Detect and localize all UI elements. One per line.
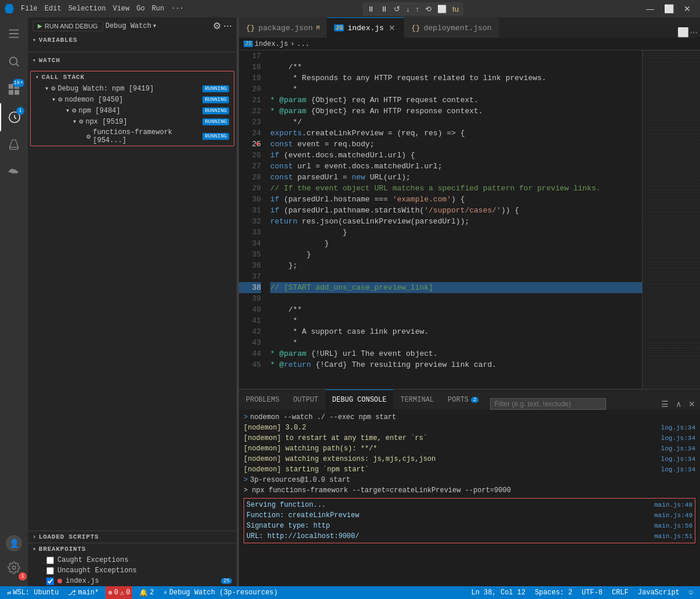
debug-step-out-btn[interactable]: ↑: [414, 3, 422, 15]
call-stack-item-4[interactable]: ⚙ functions-framework [954...] RUNNING: [31, 127, 234, 146]
more-actions-btn[interactable]: ···: [223, 20, 232, 32]
debug-watch-name: Debug Watch: [106, 22, 151, 30]
code-area[interactable]: /** * Responds to any HTTP request relat…: [268, 50, 642, 389]
debug-restart-btn[interactable]: ↺: [391, 3, 402, 15]
menu-go[interactable]: Go: [136, 5, 144, 13]
breadcrumb-path[interactable]: ...: [297, 40, 310, 48]
tab-package-json[interactable]: {} package.json M: [239, 17, 327, 38]
panel-list-view-btn[interactable]: ☰: [659, 398, 671, 410]
breakpoint-caught-checkbox[interactable]: [46, 557, 54, 564]
debug-watch-dropdown[interactable]: Debug Watch ▾: [106, 21, 157, 30]
tab-close-indexjs[interactable]: ✕: [387, 23, 397, 33]
split-editor-btn[interactable]: ⬜: [677, 27, 689, 38]
window-controls[interactable]: — ⬜ ✕: [642, 1, 695, 17]
svg-line-1: [16, 64, 19, 66]
svg-point-0: [10, 57, 17, 65]
status-encoding[interactable]: UTF-8: [579, 586, 605, 599]
menu-view[interactable]: View: [113, 5, 129, 13]
status-eol[interactable]: CRLF: [610, 586, 631, 599]
activity-bar-debug[interactable]: 1: [0, 103, 28, 131]
code-line-29: // If the event object URL matches a spe…: [270, 183, 642, 194]
debug-pause-btn[interactable]: ⏸: [365, 3, 377, 15]
debug-stop-btn[interactable]: ⟲: [423, 3, 434, 15]
gear-settings-btn[interactable]: ⚙: [213, 20, 221, 31]
console-source[interactable]: log.js:34: [661, 464, 695, 475]
code-line-21: * @param {Object} req An HTTP request co…: [270, 95, 642, 106]
activity-bar: 1k+ 1 👤 1: [0, 17, 28, 586]
debug-user-btn[interactable]: tu: [450, 3, 461, 15]
call-stack-section: ▾ CALL STACK ▾ ⚙ Debug Watch: npm [9419]…: [30, 71, 234, 146]
menu-edit[interactable]: Edit: [45, 5, 61, 13]
tab-index-js[interactable]: JS index.js ✕: [327, 17, 404, 38]
panel-filter-input[interactable]: [490, 398, 606, 410]
status-feedback[interactable]: ☺: [687, 586, 695, 599]
variables-header[interactable]: ▾ VARIABLES: [28, 34, 237, 46]
status-position[interactable]: Ln 38, Col 12: [469, 586, 528, 599]
console-source[interactable]: log.js:34: [661, 433, 695, 443]
console-source[interactable]: log.js:34: [661, 443, 695, 454]
activity-bar-settings[interactable]: 1: [0, 554, 28, 582]
console-source[interactable]: main.js:51: [654, 531, 692, 542]
status-notifications[interactable]: 🔔 2: [137, 586, 156, 599]
console-line: [nodemon] watching path(s): **/*log.js:3…: [244, 443, 695, 454]
menu-file[interactable]: File: [21, 5, 38, 13]
breakpoint-uncaught-checkbox[interactable]: [46, 567, 54, 575]
breakpoint-indexjs-checkbox[interactable]: [46, 578, 54, 585]
status-spaces[interactable]: Spaces: 2: [532, 586, 575, 599]
panel-tab-terminal[interactable]: TERMINAL: [393, 389, 441, 410]
code-line-24: exports.createLinkPreview = (req, res) =…: [270, 128, 642, 139]
console-source[interactable]: log.js:34: [661, 423, 695, 433]
activity-bar-search[interactable]: [0, 48, 28, 75]
console-source[interactable]: main.js:49: [654, 510, 692, 521]
activity-bar-docker[interactable]: [0, 159, 28, 187]
panel-tab-debug-console[interactable]: DEBUG CONSOLE: [325, 389, 394, 410]
panel-close-btn[interactable]: ✕: [686, 398, 698, 410]
breadcrumb-filename[interactable]: index.js: [255, 40, 288, 48]
menu-bar[interactable]: File Edit Selection View Go Run ···: [21, 5, 184, 13]
console-source[interactable]: main.js:48: [654, 500, 692, 510]
breakpoint-indexjs-count: 25: [221, 578, 232, 584]
call-stack-header[interactable]: ▾ CALL STACK: [31, 71, 234, 83]
panel-tabs: PROBLEMS OUTPUT DEBUG CONSOLE TERMINAL P…: [239, 389, 700, 410]
breakpoints-header[interactable]: ▾ BREAKPOINTS: [28, 543, 237, 555]
status-errors[interactable]: ⊗ 0 ⚠ 0: [106, 586, 132, 599]
menu-run[interactable]: Run: [152, 5, 165, 13]
more-tabs-btn[interactable]: ···: [690, 27, 698, 38]
loaded-scripts-header[interactable]: › LOADED SCRIPTS: [28, 531, 237, 543]
minimize-btn[interactable]: —: [642, 1, 658, 17]
activity-bar-explorer[interactable]: [0, 20, 28, 48]
menu-selection[interactable]: Selection: [68, 5, 106, 13]
panel-tab-ports[interactable]: PORTS 2: [441, 389, 485, 410]
maximize-btn[interactable]: ⬜: [661, 1, 677, 17]
tab-bar-end: ⬜ ···: [675, 27, 700, 38]
panel-tab-problems[interactable]: PROBLEMS: [239, 389, 286, 410]
call-stack-item-2[interactable]: ▾ ⚙ npm [9484] RUNNING: [31, 105, 234, 116]
debug-step-over-btn[interactable]: ⏸: [378, 3, 390, 15]
activity-bar-test[interactable]: [0, 131, 28, 159]
code-line-38: // [START add_ons_case_preview_link]: [270, 282, 642, 293]
panel-collapse-btn[interactable]: ∧: [673, 398, 684, 410]
menu-more[interactable]: ···: [171, 5, 184, 13]
avatar[interactable]: 👤: [6, 535, 22, 551]
close-btn[interactable]: ✕: [679, 1, 695, 17]
debug-step-into-btn[interactable]: ↓: [404, 3, 412, 15]
watch-header[interactable]: ▾ WATCH: [28, 55, 237, 66]
status-language[interactable]: JavaScript: [636, 586, 682, 599]
breadcrumb-js-icon: JS: [244, 41, 253, 47]
call-stack-item-3[interactable]: ▾ ⚙ npx [9519] RUNNING: [31, 116, 234, 127]
console-source[interactable]: main.js:50: [654, 521, 692, 531]
tab-icon-package: {}: [246, 24, 255, 33]
status-branch[interactable]: ⎇ main*: [66, 586, 101, 599]
bell-icon: 🔔: [139, 589, 148, 597]
status-wsl[interactable]: ⇌ WSL: Ubuntu: [5, 586, 61, 599]
activity-bar-extensions[interactable]: 1k+: [0, 75, 28, 103]
call-stack-item-0[interactable]: ▾ ⚙ Debug Watch: npm [9419] RUNNING: [31, 83, 234, 94]
code-line-42: * A support case link preview.: [270, 326, 642, 337]
call-stack-item-1[interactable]: ▾ ⚙ nodemon [9450] RUNNING: [31, 94, 234, 105]
run-debug-button[interactable]: ▶ RUN AND DEBUG: [32, 21, 103, 31]
debug-layout-btn[interactable]: ⬜: [435, 3, 449, 15]
panel-tab-output[interactable]: OUTPUT: [286, 389, 325, 410]
tab-deployment-json[interactable]: {} deployment.json: [404, 17, 499, 38]
status-debug-watch[interactable]: ⚡ Debug Watch (3p-resources): [161, 586, 280, 599]
console-source[interactable]: log.js:34: [661, 454, 695, 464]
